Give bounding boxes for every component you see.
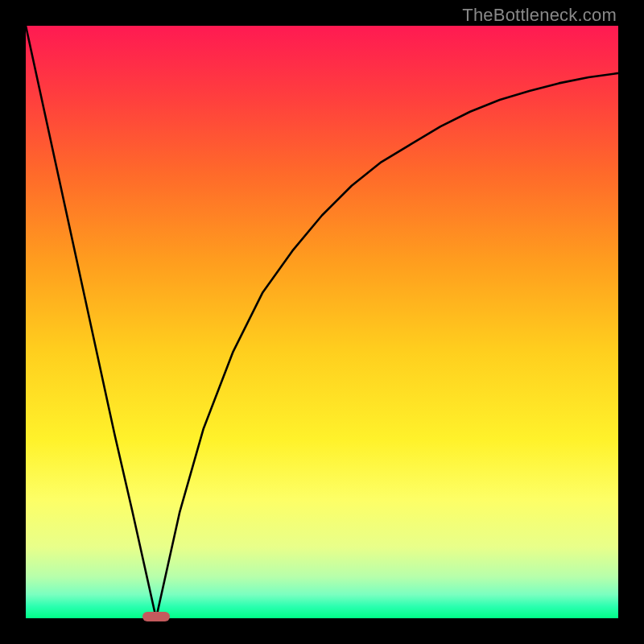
chart-svg	[26, 26, 618, 618]
bottleneck-curve-path	[26, 26, 618, 618]
chart-frame: TheBottleneck.com	[0, 0, 644, 644]
watermark-text: TheBottleneck.com	[462, 5, 617, 26]
optimal-marker	[142, 612, 170, 621]
chart-plot-area	[26, 26, 618, 618]
